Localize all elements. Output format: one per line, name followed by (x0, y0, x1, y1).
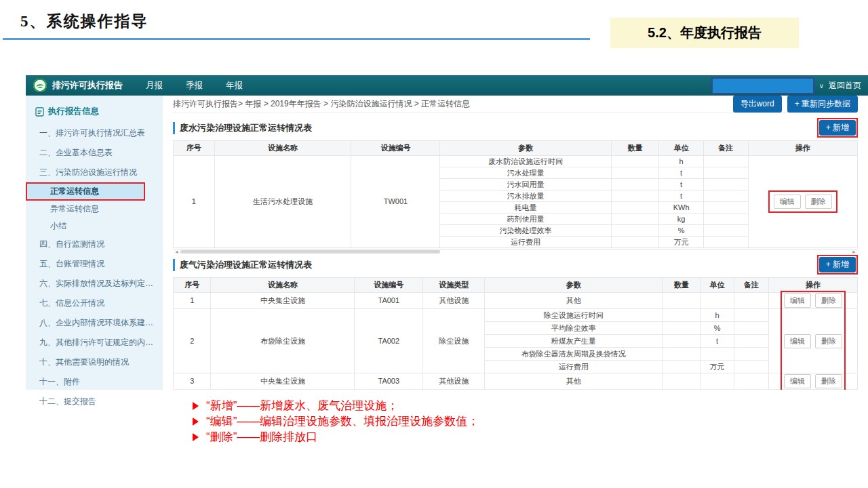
cell-facility-code: TW001 (351, 156, 440, 248)
cell-param: 运行费用 (485, 361, 663, 373)
cell-remark (734, 373, 768, 390)
cell-remark (734, 361, 768, 373)
cell-remark (703, 202, 748, 214)
edit-button[interactable]: 编辑 (784, 293, 811, 308)
cell-qty (611, 179, 659, 190)
cell-param: 药剂使用量 (440, 214, 611, 225)
delete-button[interactable]: 删除 (815, 334, 842, 348)
cell-unit (700, 348, 734, 361)
cell-unit: t (700, 335, 734, 348)
arrow-bullet-icon (193, 402, 199, 410)
column-header: 设施编号 (351, 141, 440, 156)
export-word-button[interactable]: 导出word (733, 96, 782, 113)
sidebar-item[interactable]: 四、自行监测情况 (26, 235, 163, 254)
column-header: 单位 (659, 141, 704, 156)
cell-seq: 4 (174, 390, 211, 390)
cell-remark (734, 293, 768, 309)
home-link[interactable]: 返回首页 (829, 80, 861, 92)
nav-item-月报[interactable]: 月报 (146, 80, 163, 92)
section-title: 5、系统操作指导 (20, 11, 149, 32)
column-header: 设施编号 (355, 278, 423, 293)
row-actions: 编辑删除 (768, 190, 837, 213)
section-badge: 5.2、年度执行报告 (610, 18, 799, 48)
cell-actions: 编辑删除 (768, 293, 857, 309)
nav-item-季报[interactable]: 季报 (186, 80, 203, 92)
cell-unit: t (659, 179, 704, 190)
column-header: 数量 (611, 141, 659, 156)
cell-seq: 2 (174, 309, 211, 373)
cell-qty (663, 390, 700, 390)
app-window: 排污许可执行报告 月报季报年报 ∨ 返回首页 执行报告信息 (26, 75, 868, 390)
column-header: 操作 (748, 141, 857, 156)
table-row: 3中央集尘设施TA003其他设施其他编辑删除 (174, 373, 858, 390)
table-row: 1生活污水处理设施TW001废水防治设施运行时间h编辑删除 (174, 156, 858, 167)
delete-button[interactable]: 删除 (815, 293, 842, 308)
scroll-left-icon[interactable]: ◄ (174, 249, 179, 255)
column-header: 数量 (663, 278, 700, 293)
cell-unit: KWh (659, 202, 704, 214)
report-doc-icon (35, 107, 44, 117)
sidebar-item[interactable]: 八、企业内部情况环境体系建设与运行情况 (26, 313, 163, 333)
sidebar-item[interactable]: 小结 (26, 218, 163, 235)
sidebar-item[interactable]: 六、实际排放情况及达标判定分析 (26, 274, 163, 293)
column-header: 设施名称 (214, 141, 351, 156)
cell-param: 粉煤灰产生量 (485, 335, 663, 348)
sidebar-item[interactable]: 二、企业基本信息表 (26, 143, 163, 163)
cell-facility-name: 中央集尘设施 (211, 293, 355, 309)
cell-param: 运行费用 (440, 237, 611, 248)
user-account-dropdown[interactable] (711, 77, 814, 94)
sidebar-root-item[interactable]: 执行报告信息 (26, 101, 163, 123)
resync-data-button[interactable]: + 重新同步数据 (787, 96, 858, 113)
sidebar-item[interactable]: 正常运转信息 (26, 182, 145, 201)
sidebar-item[interactable]: 三、污染防治设施运行情况 (26, 163, 163, 182)
edit-button[interactable]: 编辑 (784, 334, 811, 348)
annotation-text: “新增”——新增废水、废气治理设施； (206, 398, 398, 413)
cell-remark (703, 156, 748, 167)
cell-qty (611, 225, 659, 237)
delete-button[interactable]: 删除 (815, 374, 842, 388)
gas-table-wrap: 序号设施名称设施编号设施类型参数数量单位备注操作1中央集尘设施TA001其他设施… (173, 277, 858, 390)
gas-add-highlight: + 新增 (817, 255, 858, 274)
cell-remark (734, 348, 768, 361)
water-horizontal-scrollbar[interactable]: ◄ ► (173, 249, 858, 250)
water-section-head: 废水污染治理设施正常运转情况表 + 新增 (173, 118, 858, 138)
delete-button[interactable]: 删除 (805, 195, 832, 209)
water-table-wrap: 序号设施名称设施编号参数数量单位备注操作1生活污水处理设施TW001废水防治设施… (173, 140, 858, 248)
sidebar-item[interactable]: 十一、附件 (26, 372, 163, 392)
sidebar-item[interactable]: 一、排污许可执行情况汇总表 (26, 123, 163, 143)
cell-facility-name: 布袋除尘设施 (211, 309, 355, 373)
cell-facility-type: 其他设施 (423, 293, 485, 309)
top-nav: 月报季报年报 (146, 80, 711, 92)
cell-param: 废水防治设施运行时间 (440, 156, 611, 167)
cell-param: 污染物处理效率 (440, 225, 611, 237)
cell-remark (734, 390, 768, 390)
sidebar-item[interactable]: 九、其他排污许可证规定的内容执行情况 (26, 333, 163, 352)
header-row: 序号设施名称设施编号参数数量单位备注操作 (174, 141, 858, 156)
water-table: 序号设施名称设施编号参数数量单位备注操作1生活污水处理设施TW001废水防治设施… (173, 140, 858, 248)
cell-facility-code: TA003 (355, 373, 423, 390)
cell-actions: 编辑删除 (768, 390, 857, 390)
slide-root: 5、系统操作指导 5.2、年度执行报告 排污许可执行报告 月报季报年报 ∨ 返回… (0, 0, 868, 488)
sidebar-item[interactable]: 异常运转信息 (26, 201, 163, 218)
cell-qty (611, 202, 659, 214)
app-header: 排污许可执行报告 月报季报年报 ∨ 返回首页 (26, 75, 868, 96)
edit-button[interactable]: 编辑 (774, 195, 801, 209)
sidebar-item[interactable]: 十二、提交报告 (26, 392, 163, 411)
sidebar-item[interactable]: 十、其他需要说明的情况 (26, 352, 163, 372)
water-add-button[interactable]: + 新增 (819, 120, 856, 136)
cell-seq: 3 (174, 373, 211, 390)
scroll-right-icon[interactable]: ► (852, 249, 856, 255)
scrollbar-thumb[interactable] (180, 250, 440, 253)
sidebar-item[interactable]: 五、台账管理情况 (26, 254, 163, 274)
cell-unit (700, 293, 734, 309)
nav-item-年报[interactable]: 年报 (226, 80, 243, 92)
sidebar-item[interactable]: 七、信息公开情况 (26, 293, 163, 313)
edit-button[interactable]: 编辑 (784, 374, 811, 388)
annotation-line: “新增”——新增废水、废气治理设施； (193, 398, 479, 413)
gas-add-button[interactable]: + 新增 (819, 257, 856, 272)
breadcrumb-row: 排污许可执行报告> 年报 > 2019年年报告 > 污染防治设施运行情况 > 正… (173, 96, 858, 113)
chevron-down-icon: ∨ (819, 82, 824, 89)
table-row: 2布袋除尘设施TA002除尘设施除尘设施运行时间h编辑删除 (174, 309, 858, 322)
cell-seq: 1 (174, 293, 211, 309)
annotation-line: “编辑”——编辑治理设施参数、填报治理设施参数值； (193, 413, 479, 429)
